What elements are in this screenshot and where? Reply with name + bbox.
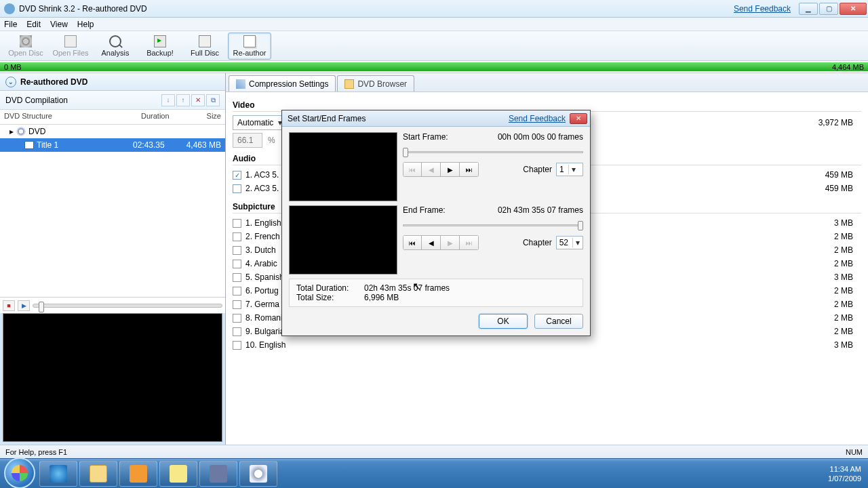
video-pct-input: 66.1: [233, 133, 262, 148]
start-frame-label: Start Frame:: [403, 132, 498, 142]
system-tray[interactable]: 11:34 AM 1/07/2009: [828, 464, 864, 483]
tree-row-title1[interactable]: Title 1 02:43.35 4,463 MB: [0, 138, 225, 152]
start-frame-slider[interactable]: [403, 147, 583, 158]
start-chapter-select[interactable]: 1▾: [556, 163, 583, 176]
col-duration[interactable]: Duration: [137, 110, 184, 124]
subpicture-item[interactable]: 10. English3 MB: [233, 338, 861, 352]
compilation-label: DVD Compilation: [5, 96, 160, 105]
move-down-button[interactable]: ↓: [161, 94, 175, 106]
col-size[interactable]: Size: [184, 110, 225, 124]
sub-size: 2 MB: [834, 245, 853, 255]
reauthor-button[interactable]: Re-author: [228, 33, 271, 60]
checkbox[interactable]: [233, 184, 241, 193]
checkbox[interactable]: [233, 232, 241, 241]
end-prev-button[interactable]: ◀: [422, 235, 441, 250]
end-frame-slider[interactable]: [403, 220, 583, 231]
folder-icon: [90, 465, 107, 483]
total-duration-label: Total Duration:: [296, 283, 364, 293]
end-last-button[interactable]: ⏭: [460, 235, 479, 250]
backup-button[interactable]: Backup!: [138, 33, 182, 60]
task-app1[interactable]: [199, 461, 237, 487]
collapse-icon[interactable]: ⌄: [5, 77, 16, 87]
delete-button[interactable]: ✕: [191, 94, 205, 106]
notes-icon: [170, 465, 187, 483]
checkbox[interactable]: [233, 287, 241, 296]
statusbar: For Help, press F1 NUM: [0, 445, 868, 458]
windows-orb-icon: [12, 465, 28, 481]
start-first-button[interactable]: ⏮: [403, 162, 422, 177]
tree-row-dvd[interactable]: ▸ DVD: [0, 125, 225, 138]
audio-label: 2. AC3 5.: [245, 184, 279, 193]
menu-help[interactable]: Help: [77, 20, 94, 29]
audio-size: 459 MB: [825, 170, 853, 180]
end-first-button[interactable]: ⏮: [403, 235, 422, 250]
open-disc-button[interactable]: Open Disc: [4, 33, 47, 60]
tray-date: 1/07/2009: [828, 474, 861, 483]
stop-button[interactable]: ■: [3, 300, 15, 311]
window-maximize-button[interactable]: [819, 3, 838, 15]
task-media[interactable]: [119, 461, 157, 487]
sub-size: 2 MB: [834, 327, 853, 336]
ok-button[interactable]: OK: [479, 314, 528, 329]
sub-label: 10. English: [245, 340, 285, 350]
preview-slider[interactable]: [33, 304, 222, 308]
window-minimize-button[interactable]: [799, 3, 818, 15]
analysis-button[interactable]: Analysis: [94, 33, 137, 60]
task-explorer[interactable]: [79, 461, 117, 487]
task-dvdshrink[interactable]: [239, 461, 277, 487]
menu-file[interactable]: File: [4, 20, 17, 29]
preview-video: [3, 313, 222, 442]
taskbar: 11:34 AM 1/07/2009: [0, 458, 868, 488]
window-titlebar: DVD Shrink 3.2 - Re-authored DVD Send Fe…: [0, 0, 868, 18]
backup-icon: [154, 35, 166, 47]
checkbox[interactable]: [233, 327, 241, 336]
end-chapter-select[interactable]: 52▾: [556, 236, 583, 249]
tree-columns: DVD Structure Duration Size: [0, 110, 225, 125]
video-mode-select[interactable]: Automatic▾: [233, 115, 287, 130]
checkbox[interactable]: [233, 300, 241, 309]
checkbox[interactable]: [233, 341, 241, 350]
tab-compression[interactable]: Compression Settings: [229, 75, 336, 92]
start-prev-button[interactable]: ◀: [422, 162, 441, 177]
play-button[interactable]: ▶: [18, 300, 30, 311]
checkbox[interactable]: [233, 314, 241, 323]
start-nav-buttons: ⏮ ◀ ▶ ⏭: [403, 162, 479, 177]
disc-icon: [20, 35, 32, 47]
cancel-button[interactable]: Cancel: [534, 314, 583, 329]
dialog-feedback-link[interactable]: Send Feedback: [509, 114, 566, 123]
task-notes[interactable]: [159, 461, 197, 487]
chevron-down-icon: ▾: [568, 165, 576, 174]
ie-icon: [50, 465, 67, 483]
menu-view[interactable]: View: [50, 20, 68, 29]
sub-size: 3 MB: [834, 340, 853, 350]
col-structure[interactable]: DVD Structure: [0, 110, 137, 124]
send-feedback-link[interactable]: Send Feedback: [734, 4, 791, 14]
start-last-button[interactable]: ⏭: [460, 162, 479, 177]
tab-dvd-browser[interactable]: DVD Browser: [337, 75, 414, 92]
start-next-button[interactable]: ▶: [441, 162, 460, 177]
window-close-button[interactable]: [840, 3, 867, 15]
checkbox[interactable]: [233, 273, 241, 282]
checkbox[interactable]: [233, 260, 241, 268]
task-ie[interactable]: [39, 461, 77, 487]
open-files-button[interactable]: Open Files: [49, 33, 92, 60]
usage-bar: 0 MB 4,464 MB: [0, 61, 868, 73]
move-up-button[interactable]: ↑: [176, 94, 190, 106]
window-title: DVD Shrink 3.2 - Re-authored DVD: [19, 4, 734, 14]
start-button[interactable]: [4, 458, 35, 489]
checkbox[interactable]: [233, 246, 241, 255]
dialog-close-button[interactable]: ✕: [570, 113, 587, 124]
full-disc-button[interactable]: Full Disc: [183, 33, 226, 60]
checkbox[interactable]: [233, 171, 241, 180]
dvd-tree[interactable]: ▸ DVD Title 1 02:43.35 4,463 MB: [0, 125, 225, 297]
end-frame-label: End Frame:: [403, 205, 498, 215]
start-frame-row: Start Frame:00h 00m 00s 00 frames ⏮ ◀ ▶ …: [289, 132, 583, 201]
trim-button[interactable]: ⧉: [206, 94, 220, 106]
compilation-header: DVD Compilation ↓ ↑ ✕ ⧉: [0, 91, 225, 110]
checkbox[interactable]: [233, 219, 241, 228]
total-size-value: 6,996 MB: [364, 293, 399, 302]
menu-edit[interactable]: Edit: [26, 20, 41, 29]
end-next-button[interactable]: ▶: [441, 235, 460, 250]
sub-size: 2 MB: [834, 232, 853, 241]
sub-size: 3 MB: [834, 272, 853, 282]
